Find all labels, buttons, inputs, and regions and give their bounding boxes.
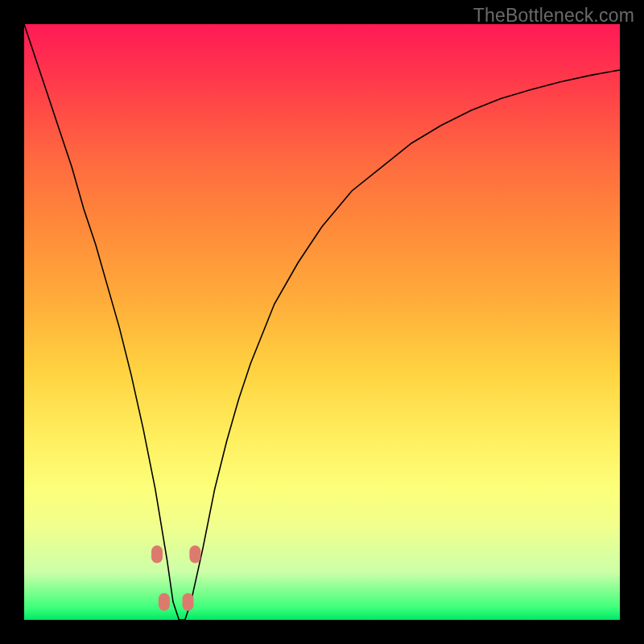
curve-marker [189,546,200,564]
chart-plot-area [24,24,620,620]
curve-marker [183,593,194,611]
watermark-text: TheBottleneck.com [473,5,634,27]
bottleneck-curve-svg [24,24,620,620]
curve-marker [159,593,170,611]
bottleneck-curve-path [24,24,620,620]
curve-marker [151,546,163,564]
curve-markers-group [151,546,200,611]
